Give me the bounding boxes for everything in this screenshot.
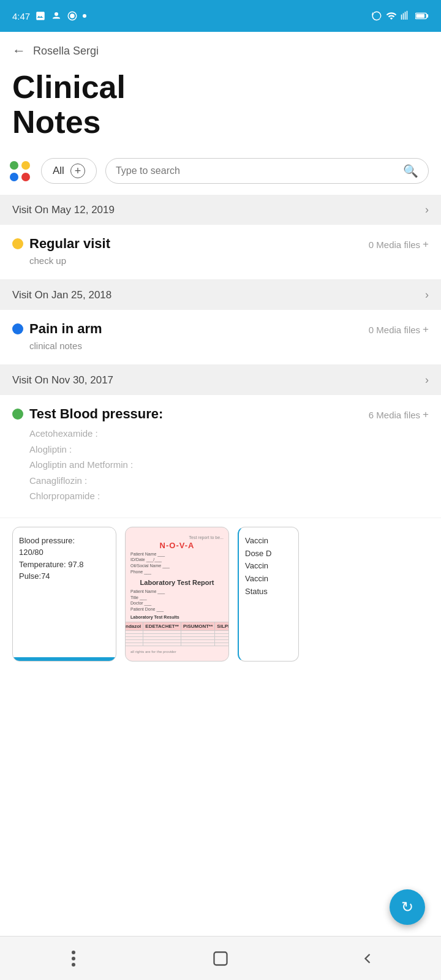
media-card-3[interactable]: VaccinDose DVaccinVaccinStatus bbox=[238, 527, 299, 662]
battery-icon bbox=[415, 12, 429, 20]
nav-menu-button[interactable] bbox=[49, 943, 98, 974]
media-card-2[interactable]: Test report to be... N-O-V-A Patient Nam… bbox=[125, 527, 229, 662]
circle-icon bbox=[67, 10, 78, 21]
filter-row: All + 🔍 bbox=[0, 152, 441, 195]
status-right bbox=[371, 10, 429, 21]
chevron-right-icon-3: › bbox=[425, 374, 429, 386]
detail-line-5: Chlorpropamide : bbox=[29, 488, 429, 504]
media-card-partial-text: VaccinDose DVaccinVaccinStatus bbox=[245, 535, 292, 598]
dot-blue bbox=[10, 173, 18, 181]
detail-line-1: Acetohexamide : bbox=[29, 426, 429, 442]
media-plus-3[interactable]: + bbox=[423, 409, 429, 421]
note-details-3: Acetohexamide : Alogliptin : Alogliptin … bbox=[29, 426, 429, 504]
visit-header-2[interactable]: Visit On Jan 25, 2018 › bbox=[0, 280, 441, 310]
add-filter-icon[interactable]: + bbox=[70, 164, 85, 178]
lab-report-title: Laboratory Test Report bbox=[140, 579, 214, 586]
status-left: 4:47 bbox=[12, 10, 86, 21]
bottom-nav bbox=[0, 936, 441, 980]
account-icon bbox=[51, 10, 62, 21]
note-subtitle-1: check up bbox=[29, 255, 429, 266]
media-card-text-1: Blood pressure:120/80Temperature: 97.8Pu… bbox=[13, 527, 116, 590]
media-card-1[interactable]: Blood pressure:120/80Temperature: 97.8Pu… bbox=[12, 527, 116, 662]
dot-red bbox=[21, 173, 30, 181]
search-pill[interactable]: 🔍 bbox=[105, 158, 429, 184]
nav-home-button[interactable] bbox=[196, 943, 245, 974]
svg-rect-6 bbox=[214, 952, 227, 965]
detail-line-2: Alogliptin : bbox=[29, 442, 429, 458]
refresh-fab[interactable]: ↻ bbox=[390, 889, 425, 925]
search-icon: 🔍 bbox=[403, 164, 418, 178]
back-button[interactable]: ← bbox=[12, 43, 26, 59]
menu-icon bbox=[72, 951, 75, 967]
note-subtitle-2: clinical notes bbox=[29, 341, 429, 351]
back-nav-icon bbox=[359, 950, 376, 967]
status-bar: 4:47 bbox=[0, 0, 441, 32]
note-title-row-3: Test Blood pressure: 6 Media files + bbox=[12, 406, 429, 422]
note-item-3: Test Blood pressure: 6 Media files + Ace… bbox=[0, 395, 441, 518]
search-input[interactable] bbox=[116, 165, 397, 176]
note-title-1: Regular visit bbox=[29, 236, 110, 252]
note-title-row-2: Pain in arm 0 Media files + bbox=[12, 321, 429, 337]
page-title: ClinicalNotes bbox=[0, 65, 441, 152]
visit-date-1: Visit On May 12, 2019 bbox=[12, 204, 115, 216]
lab-results-header: Laboratory Test Results bbox=[130, 615, 224, 619]
media-plus-1[interactable]: + bbox=[423, 238, 429, 251]
note-title-left-2: Pain in arm bbox=[12, 321, 102, 337]
dot-icon bbox=[83, 14, 86, 18]
note-title-3: Test Blood pressure: bbox=[29, 406, 163, 422]
media-files-3: 6 Media files + bbox=[369, 409, 429, 421]
note-dot-green bbox=[12, 409, 23, 420]
media-files-1: 0 Media files + bbox=[369, 238, 429, 251]
svg-rect-4 bbox=[426, 14, 428, 18]
media-strip: Blood pressure:120/80Temperature: 97.8Pu… bbox=[0, 518, 441, 674]
mute-icon bbox=[371, 10, 382, 21]
signal-icon bbox=[401, 10, 412, 21]
dot-green bbox=[10, 161, 18, 170]
svg-rect-5 bbox=[416, 14, 424, 18]
lab-meta: Patient Name ___ ID/Date ___/___ Oil/Soc… bbox=[130, 551, 224, 575]
home-icon bbox=[212, 950, 229, 967]
chevron-right-icon-2: › bbox=[425, 288, 429, 301]
note-title-row-1: Regular visit 0 Media files + bbox=[12, 236, 429, 252]
lab-patient-info: Patient Name ___ Title ___ Doctor ___ Pa… bbox=[130, 589, 224, 612]
chevron-right-icon-1: › bbox=[425, 203, 429, 216]
lab-footer: all rights are for the provider bbox=[130, 650, 224, 654]
visit-header-3[interactable]: Visit On Nov 30, 2017 › bbox=[0, 365, 441, 395]
note-item-2: Pain in arm 0 Media files + clinical not… bbox=[0, 310, 441, 365]
media-files-2: 0 Media files + bbox=[369, 323, 429, 336]
note-dot-blue bbox=[12, 323, 23, 334]
patient-name: Rosella Sergi bbox=[33, 45, 99, 58]
detail-line-4: Canagliflozin : bbox=[29, 473, 429, 489]
nav-back-button[interactable] bbox=[343, 943, 392, 974]
note-title-left-3: Test Blood pressure: bbox=[12, 406, 163, 422]
note-title-2: Pain in arm bbox=[29, 321, 102, 337]
color-dots bbox=[10, 161, 30, 181]
photo-icon bbox=[35, 10, 46, 21]
media-plus-2[interactable]: + bbox=[423, 323, 429, 336]
top-nav: ← Rosella Sergi bbox=[0, 32, 441, 65]
visit-header-1[interactable]: Visit On May 12, 2019 › bbox=[0, 195, 441, 225]
detail-line-3: Alogliptin and Metformin : bbox=[29, 457, 429, 473]
media-card-bar-1 bbox=[13, 657, 116, 661]
wifi-icon bbox=[386, 10, 397, 21]
svg-point-2 bbox=[70, 13, 75, 18]
visit-date-3: Visit On Nov 30, 2017 bbox=[12, 374, 113, 386]
note-item-1: Regular visit 0 Media files + check up bbox=[0, 225, 441, 280]
lab-report-header: N-O-V-A bbox=[160, 541, 195, 550]
filter-all-button[interactable]: All + bbox=[41, 158, 97, 184]
note-dot-yellow bbox=[12, 238, 23, 249]
dot-yellow bbox=[21, 161, 30, 170]
lab-report-info: Test report to be... bbox=[130, 535, 224, 541]
refresh-icon: ↻ bbox=[401, 899, 413, 916]
status-time: 4:47 bbox=[12, 11, 30, 21]
svg-point-0 bbox=[55, 12, 58, 16]
filter-all-label: All bbox=[53, 165, 64, 177]
note-title-left-1: Regular visit bbox=[12, 236, 110, 252]
lab-table: Triclabendazol EDETACHET** PiSUMONT** SI… bbox=[125, 622, 229, 646]
visit-date-2: Visit On Jan 25, 2018 bbox=[12, 289, 111, 301]
